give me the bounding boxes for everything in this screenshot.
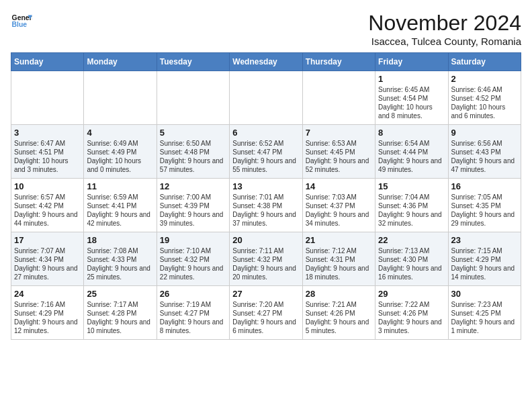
calendar-day-cell: 4Sunrise: 6:49 AMSunset: 4:49 PMDaylight… <box>84 125 157 179</box>
calendar-day-cell: 11Sunrise: 6:59 AMSunset: 4:41 PMDayligh… <box>84 179 157 232</box>
day-info: Sunrise: 7:16 AM <box>14 300 81 309</box>
day-info: Sunrise: 7:23 AM <box>451 300 518 309</box>
day-info: Daylight: 9 hours and 14 minutes. <box>451 264 518 281</box>
day-info: Sunset: 4:27 PM <box>232 309 299 318</box>
day-info: Sunrise: 7:04 AM <box>378 193 445 201</box>
day-info: Sunrise: 6:46 AM <box>451 85 518 94</box>
title-area: November 2024 Isaccea, Tulcea County, Ro… <box>368 11 521 47</box>
calendar-day-cell: 19Sunrise: 7:10 AMSunset: 4:32 PMDayligh… <box>157 232 229 286</box>
calendar-day-cell: 21Sunrise: 7:12 AMSunset: 4:31 PMDayligh… <box>302 232 375 286</box>
day-info: Daylight: 9 hours and 18 minutes. <box>306 264 372 281</box>
calendar-day-cell: 7Sunrise: 6:53 AMSunset: 4:45 PMDaylight… <box>302 125 375 179</box>
day-info: Sunset: 4:29 PM <box>14 309 81 318</box>
calendar-day-cell: 20Sunrise: 7:11 AMSunset: 4:32 PMDayligh… <box>230 232 302 286</box>
calendar-day-cell: 30Sunrise: 7:23 AMSunset: 4:25 PMDayligh… <box>448 286 521 340</box>
day-info: Sunrise: 6:50 AM <box>160 139 226 148</box>
logo-icon: General Blue <box>11 11 32 32</box>
calendar-day-cell: 28Sunrise: 7:21 AMSunset: 4:26 PMDayligh… <box>302 286 375 340</box>
header: General Blue November 2024 Isaccea, Tulc… <box>11 11 521 47</box>
day-info: Daylight: 9 hours and 39 minutes. <box>160 210 226 228</box>
day-info: Sunrise: 6:57 AM <box>14 193 81 201</box>
day-number: 27 <box>232 289 299 299</box>
day-info: Sunset: 4:26 PM <box>378 309 445 318</box>
day-of-week-header: Sunday <box>11 53 84 71</box>
day-info: Sunrise: 6:49 AM <box>87 139 153 148</box>
day-info: Sunrise: 7:05 AM <box>451 193 518 201</box>
day-info: Sunset: 4:32 PM <box>232 255 299 264</box>
calendar-day-cell: 23Sunrise: 7:15 AMSunset: 4:29 PMDayligh… <box>448 232 521 286</box>
day-info: Daylight: 9 hours and 6 minutes. <box>232 318 299 335</box>
day-info: Sunset: 4:25 PM <box>451 309 518 318</box>
calendar-day-cell: 13Sunrise: 7:01 AMSunset: 4:38 PMDayligh… <box>230 179 302 232</box>
day-of-week-header: Saturday <box>448 53 521 71</box>
day-info: Daylight: 9 hours and 37 minutes. <box>232 210 299 228</box>
day-number: 22 <box>378 235 445 245</box>
calendar-day-cell: 5Sunrise: 6:50 AMSunset: 4:48 PMDaylight… <box>157 125 229 179</box>
day-info: Sunrise: 7:08 AM <box>87 246 153 255</box>
day-info: Daylight: 9 hours and 34 minutes. <box>306 210 372 228</box>
calendar-title: November 2024 <box>368 11 521 36</box>
day-of-week-header: Thursday <box>302 53 375 71</box>
day-info: Sunset: 4:54 PM <box>378 94 445 103</box>
calendar-subtitle: Isaccea, Tulcea County, Romania <box>368 36 521 47</box>
day-info: Sunrise: 6:59 AM <box>87 193 153 201</box>
day-info: Daylight: 9 hours and 49 minutes. <box>378 156 445 174</box>
day-of-week-header: Monday <box>84 53 157 71</box>
day-number: 17 <box>14 235 81 245</box>
calendar-day-cell: 25Sunrise: 7:17 AMSunset: 4:28 PMDayligh… <box>84 286 157 340</box>
calendar-week-row: 24Sunrise: 7:16 AMSunset: 4:29 PMDayligh… <box>11 286 521 340</box>
day-info: Sunset: 4:44 PM <box>378 148 445 156</box>
day-info: Sunset: 4:42 PM <box>14 201 81 210</box>
day-number: 29 <box>378 289 445 299</box>
calendar-day-cell: 17Sunrise: 7:07 AMSunset: 4:34 PMDayligh… <box>11 232 84 286</box>
day-info: Daylight: 10 hours and 8 minutes. <box>378 103 445 120</box>
day-info: Daylight: 9 hours and 44 minutes. <box>14 210 81 228</box>
day-info: Sunrise: 7:12 AM <box>306 246 372 255</box>
day-info: Sunrise: 7:17 AM <box>87 300 153 309</box>
calendar-day-cell: 1Sunrise: 6:45 AMSunset: 4:54 PMDaylight… <box>375 71 448 125</box>
day-number: 14 <box>306 181 372 191</box>
calendar-day-cell: 26Sunrise: 7:19 AMSunset: 4:27 PMDayligh… <box>157 286 229 340</box>
day-info: Daylight: 9 hours and 29 minutes. <box>451 210 518 228</box>
day-number: 5 <box>160 128 226 138</box>
day-info: Sunset: 4:28 PM <box>87 309 153 318</box>
day-number: 1 <box>378 74 445 84</box>
day-info: Daylight: 9 hours and 42 minutes. <box>87 210 153 228</box>
day-info: Sunset: 4:35 PM <box>451 201 518 210</box>
calendar-week-row: 3Sunrise: 6:47 AMSunset: 4:51 PMDaylight… <box>11 125 521 179</box>
day-number: 9 <box>451 128 518 138</box>
calendar-day-cell <box>302 71 375 125</box>
day-info: Sunset: 4:49 PM <box>87 148 153 156</box>
day-of-week-header: Friday <box>375 53 448 71</box>
calendar-header-row: SundayMondayTuesdayWednesdayThursdayFrid… <box>11 53 521 71</box>
day-info: Sunset: 4:52 PM <box>451 94 518 103</box>
logo: General Blue <box>11 11 32 32</box>
calendar-day-cell: 3Sunrise: 6:47 AMSunset: 4:51 PMDaylight… <box>11 125 84 179</box>
day-number: 16 <box>451 181 518 191</box>
calendar-body: 1Sunrise: 6:45 AMSunset: 4:54 PMDaylight… <box>11 71 521 340</box>
day-info: Daylight: 9 hours and 3 minutes. <box>378 318 445 335</box>
day-info: Daylight: 9 hours and 8 minutes. <box>160 318 226 335</box>
day-info: Sunset: 4:34 PM <box>14 255 81 264</box>
day-number: 23 <box>451 235 518 245</box>
day-info: Sunrise: 6:53 AM <box>306 139 372 148</box>
calendar-day-cell: 14Sunrise: 7:03 AMSunset: 4:37 PMDayligh… <box>302 179 375 232</box>
day-info: Daylight: 9 hours and 20 minutes. <box>232 264 299 281</box>
day-number: 18 <box>87 235 153 245</box>
day-number: 11 <box>87 181 153 191</box>
calendar-day-cell <box>84 71 157 125</box>
calendar-table: SundayMondayTuesdayWednesdayThursdayFrid… <box>11 52 521 340</box>
calendar-day-cell: 6Sunrise: 6:52 AMSunset: 4:47 PMDaylight… <box>230 125 302 179</box>
day-number: 15 <box>378 181 445 191</box>
day-number: 7 <box>306 128 372 138</box>
calendar-day-cell: 27Sunrise: 7:20 AMSunset: 4:27 PMDayligh… <box>230 286 302 340</box>
day-info: Sunset: 4:29 PM <box>451 255 518 264</box>
day-info: Daylight: 10 hours and 6 minutes. <box>451 103 518 120</box>
day-info: Daylight: 9 hours and 55 minutes. <box>232 156 299 174</box>
calendar-week-row: 10Sunrise: 6:57 AMSunset: 4:42 PMDayligh… <box>11 179 521 232</box>
day-number: 6 <box>232 128 299 138</box>
day-info: Sunset: 4:30 PM <box>378 255 445 264</box>
day-info: Sunset: 4:48 PM <box>160 148 226 156</box>
day-info: Sunrise: 7:00 AM <box>160 193 226 201</box>
day-info: Sunrise: 7:07 AM <box>14 246 81 255</box>
